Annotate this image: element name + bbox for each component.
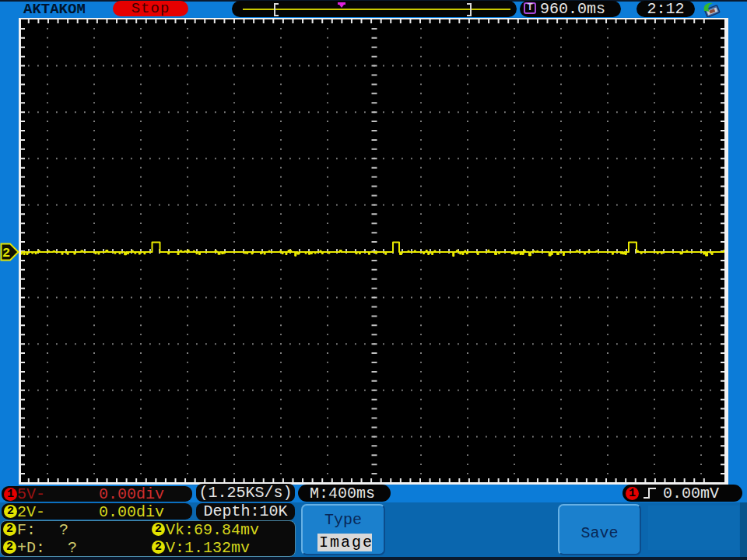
svg-text:2: 2 xyxy=(2,246,10,261)
